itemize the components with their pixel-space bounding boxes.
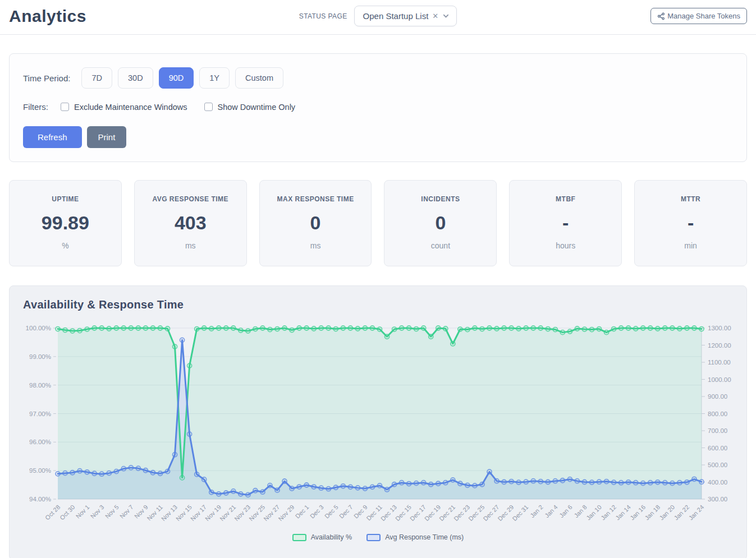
stat-card-max-response: MAX RESPONSE TIME 0 ms [259,180,372,266]
stat-card-avg-response: AVG RESPONSE TIME 403 ms [134,180,247,266]
status-page-select[interactable]: Open Startup List ✕ [354,6,457,26]
stat-unit: ms [263,241,368,250]
svg-text:1200.00: 1200.00 [708,342,731,349]
stat-unit: % [13,241,118,250]
svg-text:98.00%: 98.00% [29,382,51,389]
svg-text:Nov 7: Nov 7 [118,504,135,520]
filters-row: Filters: Exclude Maintenance Windows Sho… [23,102,733,112]
svg-text:300.00: 300.00 [708,496,727,502]
svg-text:Oct 30: Oct 30 [58,504,76,521]
svg-text:Jan 14: Jan 14 [614,504,632,522]
exclude-maintenance-checkbox-group[interactable]: Exclude Maintenance Windows [61,103,187,112]
availability-response-chart[interactable]: 94.00%95.00%96.00%97.00%98.00%99.00%100.… [10,313,746,533]
svg-text:Nov 25: Nov 25 [248,504,266,522]
svg-text:Nov 5: Nov 5 [104,504,120,520]
svg-text:Dec 21: Dec 21 [438,504,456,522]
legend-item-availability[interactable]: Availability % [292,533,352,541]
time-period-1y-button[interactable]: 1Y [199,67,230,89]
print-button[interactable]: Print [87,126,127,148]
svg-text:Dec 29: Dec 29 [496,504,515,522]
exclude-maintenance-checkbox[interactable] [61,103,69,111]
status-page-label: STATUS PAGE [299,12,347,20]
svg-text:Dec 3: Dec 3 [309,504,325,520]
svg-text:Dec 15: Dec 15 [394,504,413,522]
svg-text:Oct 28: Oct 28 [44,504,61,521]
svg-text:95.00%: 95.00% [29,467,51,474]
chart-title: Availability & Response Time [23,298,746,311]
stat-card-uptime: UPTIME 99.89 % [9,180,122,266]
stat-unit: min [638,241,743,250]
chevron-down-icon[interactable] [442,12,450,20]
stat-value: - [513,212,618,234]
stat-card-mtbf: MTBF - hours [509,180,622,266]
stat-unit: hours [513,241,618,250]
page-title: Analytics [9,7,299,26]
stat-label: MTBF [513,195,618,203]
stat-value: 0 [263,212,368,234]
stat-value: 403 [138,212,243,234]
stat-label: MTTR [638,195,743,203]
stat-label: AVG RESPONSE TIME [138,195,243,203]
svg-text:Nov 17: Nov 17 [189,504,208,522]
svg-text:600.00: 600.00 [708,445,727,451]
svg-text:Dec 25: Dec 25 [467,504,485,522]
svg-text:Jan 10: Jan 10 [585,504,603,522]
svg-text:99.00%: 99.00% [29,353,51,360]
time-period-row: Time Period: 7D 30D 90D 1Y Custom [23,67,733,89]
svg-text:Dec 7: Dec 7 [338,504,354,520]
status-page-selected-value: Open Startup List [363,11,429,21]
share-icon [657,12,665,20]
legend-item-response-time[interactable]: Avg Response Time (ms) [366,533,464,541]
svg-text:Nov 21: Nov 21 [218,504,237,522]
time-period-label: Time Period: [23,73,70,83]
page-header: Analytics STATUS PAGE Open Startup List … [0,0,756,35]
svg-text:Nov 13: Nov 13 [160,504,178,522]
svg-text:Nov 23: Nov 23 [233,504,251,522]
time-period-30d-button[interactable]: 30D [118,67,153,89]
chart-legend: Availability % Avg Response Time (ms) [10,533,746,541]
svg-text:1000.00: 1000.00 [708,376,731,383]
svg-text:Nov 3: Nov 3 [89,504,106,520]
filters-label: Filters: [23,102,48,112]
availability-chart-panel: Availability & Response Time 94.00%95.00… [9,285,747,558]
show-downtime-checkbox-group[interactable]: Show Downtime Only [204,103,296,112]
svg-text:Jan 2: Jan 2 [529,504,544,519]
time-period-7d-button[interactable]: 7D [81,67,112,89]
clear-selection-icon[interactable]: ✕ [432,12,438,20]
manage-share-tokens-button[interactable]: Manage Share Tokens [650,8,747,24]
stat-unit: count [388,241,493,250]
stat-card-incidents: INCIDENTS 0 count [384,180,497,266]
svg-text:500.00: 500.00 [708,462,727,468]
svg-text:Dec 17: Dec 17 [409,504,427,522]
svg-text:Dec 5: Dec 5 [323,504,340,520]
stat-value: - [638,212,743,234]
time-period-90d-button[interactable]: 90D [159,67,194,89]
svg-text:97.00%: 97.00% [29,411,51,417]
stat-card-mttr: MTTR - min [634,180,747,266]
svg-text:900.00: 900.00 [708,393,727,400]
stat-label: INCIDENTS [388,195,493,203]
svg-text:700.00: 700.00 [708,427,727,434]
show-downtime-checkbox[interactable] [204,103,213,111]
manage-share-tokens-label: Manage Share Tokens [667,12,740,20]
svg-text:Dec 27: Dec 27 [482,504,500,522]
svg-text:Jan 6: Jan 6 [558,504,574,519]
stat-label: MAX RESPONSE TIME [263,195,368,203]
stat-value: 99.89 [13,212,118,234]
svg-text:Dec 23: Dec 23 [452,504,471,522]
filter-panel: Time Period: 7D 30D 90D 1Y Custom Filter… [9,53,747,162]
svg-text:96.00%: 96.00% [29,439,51,445]
svg-text:Dec 19: Dec 19 [423,504,442,522]
header-actions: Manage Share Tokens [457,8,747,24]
exclude-maintenance-label: Exclude Maintenance Windows [74,103,187,112]
svg-text:Jan 12: Jan 12 [599,504,617,522]
svg-text:800.00: 800.00 [708,411,727,417]
show-downtime-label: Show Downtime Only [218,103,296,112]
svg-text:Jan 18: Jan 18 [643,504,661,522]
action-buttons-row: Refresh Print [23,126,733,148]
time-period-custom-button[interactable]: Custom [235,67,283,89]
stats-row: UPTIME 99.89 % AVG RESPONSE TIME 403 ms … [9,180,747,266]
refresh-button[interactable]: Refresh [23,126,82,148]
svg-text:Dec 1: Dec 1 [294,504,310,520]
svg-text:Nov 29: Nov 29 [277,504,295,522]
